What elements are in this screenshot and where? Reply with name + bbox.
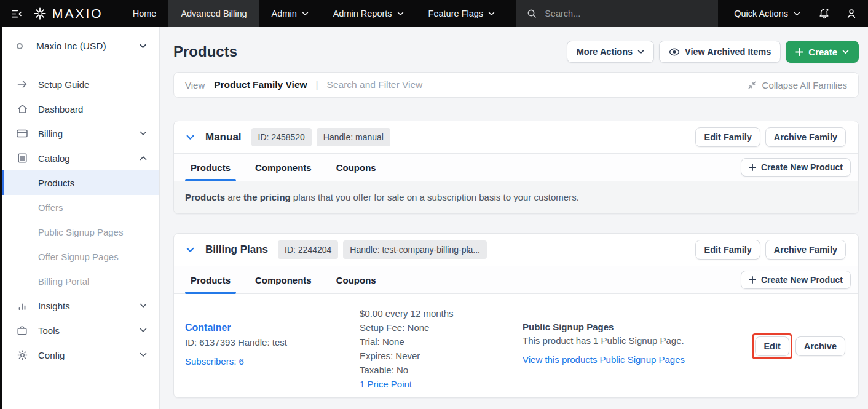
chevron-down-icon bbox=[488, 12, 495, 16]
archive-product-button[interactable]: Archive bbox=[795, 336, 845, 356]
sidebar-item-dashboard[interactable]: Dashboard bbox=[2, 97, 159, 121]
family-tabs: Products Components Coupons Create New P… bbox=[174, 266, 858, 294]
chevron-down-icon bbox=[637, 50, 644, 54]
eye-icon bbox=[669, 48, 680, 56]
sidebar-item-label: Billing Portal bbox=[38, 276, 89, 287]
product-name-link[interactable]: Container bbox=[185, 322, 360, 333]
org-status-icon bbox=[17, 43, 23, 49]
notifications-bell-icon[interactable] bbox=[810, 0, 838, 27]
tab-components[interactable]: Components bbox=[250, 266, 317, 293]
family-tabs: Products Components Coupons Create New P… bbox=[174, 153, 858, 181]
create-new-product-label: Create New Product bbox=[761, 162, 843, 172]
product-family-view-tab[interactable]: Product Family View bbox=[214, 79, 307, 90]
create-new-product-button[interactable]: Create New Product bbox=[741, 158, 851, 177]
collapse-all-label: Collapse All Families bbox=[762, 80, 847, 90]
products-description: Products are the pricing plans that you … bbox=[174, 181, 858, 213]
sidebar-item-label: Offers bbox=[38, 202, 63, 213]
tab-products[interactable]: Products bbox=[185, 266, 236, 293]
collapse-all-families-link[interactable]: Collapse All Families bbox=[748, 80, 847, 90]
sidebar-item-products[interactable]: Products bbox=[2, 170, 159, 195]
sidebar-collapse-icon[interactable] bbox=[0, 0, 33, 27]
user-account-icon[interactable] bbox=[838, 0, 864, 27]
quick-actions-label: Quick Actions bbox=[734, 9, 788, 18]
sidebar-item-label: Products bbox=[38, 178, 74, 188]
product-trial: Trial: None bbox=[360, 335, 523, 349]
sidebar-nav: Setup Guide Dashboard Billing Catalog Pr… bbox=[2, 65, 159, 367]
product-id-handle: ID: 6137393 Handle: test bbox=[185, 337, 360, 347]
view-switcher-bar: View Product Family View | Search and Fi… bbox=[173, 72, 859, 98]
family-id-badge: ID: 2458520 bbox=[251, 128, 312, 146]
nav-feature-flags[interactable]: Feature Flags bbox=[416, 0, 507, 27]
book-icon bbox=[17, 153, 28, 163]
product-setup-fee: Setup Fee: None bbox=[360, 320, 523, 335]
chevron-down-icon bbox=[794, 12, 800, 16]
create-new-product-button[interactable]: Create New Product bbox=[741, 271, 851, 289]
chevron-up-icon bbox=[140, 156, 147, 161]
edit-product-button[interactable]: Edit bbox=[755, 336, 789, 356]
sidebar-item-label: Public Signup Pages bbox=[38, 227, 123, 237]
sidebar-item-label: Config bbox=[38, 350, 65, 360]
top-navigation-bar: MAXIO Home Advanced Billing Admin Admin … bbox=[0, 0, 868, 27]
sidebar-item-label: Offer Signup Pages bbox=[38, 252, 119, 262]
sidebar-item-label: Dashboard bbox=[38, 104, 83, 114]
chevron-down-icon bbox=[140, 352, 147, 357]
bar-chart-icon bbox=[17, 301, 28, 310]
plus-icon bbox=[795, 48, 803, 56]
archive-family-button[interactable]: Archive Family bbox=[765, 240, 846, 260]
page-title: Products bbox=[173, 43, 237, 60]
tab-coupons[interactable]: Coupons bbox=[331, 154, 382, 181]
quick-actions-menu[interactable]: Quick Actions bbox=[718, 0, 810, 27]
product-family-card-manual: Manual ID: 2458520 Handle: manual Edit F… bbox=[173, 121, 859, 214]
maxio-logo-icon bbox=[33, 7, 47, 20]
product-family-card-billing-plans: Billing Plans ID: 2244204 Handle: test-c… bbox=[173, 233, 859, 398]
edit-family-button[interactable]: Edit Family bbox=[695, 240, 760, 260]
nav-admin[interactable]: Admin bbox=[259, 0, 321, 27]
org-name: Maxio Inc (USD) bbox=[36, 41, 139, 52]
nav-admin-reports[interactable]: Admin Reports bbox=[321, 0, 416, 27]
tab-components[interactable]: Components bbox=[250, 154, 317, 181]
view-archived-items-button[interactable]: View Archived Items bbox=[659, 41, 781, 63]
archive-family-button[interactable]: Archive Family bbox=[765, 127, 846, 147]
tab-products[interactable]: Products bbox=[185, 154, 236, 181]
sidebar-item-catalog[interactable]: Catalog bbox=[2, 146, 159, 170]
sidebar-item-billing[interactable]: Billing bbox=[2, 121, 159, 146]
family-collapse-chevron-icon[interactable] bbox=[186, 135, 194, 140]
create-button[interactable]: Create bbox=[786, 41, 859, 63]
price-point-link[interactable]: 1 Price Point bbox=[360, 377, 523, 391]
more-actions-button[interactable]: More Actions bbox=[567, 41, 654, 63]
search-input[interactable] bbox=[543, 8, 697, 19]
sidebar-item-insights[interactable]: Insights bbox=[2, 293, 159, 318]
subscribers-link[interactable]: Subscribers: 6 bbox=[185, 356, 244, 367]
sidebar-item-tools[interactable]: Tools bbox=[2, 318, 159, 343]
sidebar-item-offers[interactable]: Offers bbox=[2, 195, 159, 220]
sidebar-item-config[interactable]: Config bbox=[2, 343, 159, 367]
edit-family-button[interactable]: Edit Family bbox=[695, 127, 760, 147]
maxio-logo: MAXIO bbox=[33, 0, 120, 27]
sidebar-item-public-signup-pages[interactable]: Public Signup Pages bbox=[2, 220, 159, 244]
sidebar-item-setup-guide[interactable]: Setup Guide bbox=[2, 72, 159, 97]
view-label: View bbox=[185, 80, 205, 90]
tab-coupons[interactable]: Coupons bbox=[331, 266, 382, 293]
chevron-down-icon bbox=[139, 44, 147, 49]
product-price: $0.00 every 12 months bbox=[360, 306, 523, 320]
chevron-down-icon bbox=[397, 12, 404, 16]
sidebar-item-label: Tools bbox=[38, 325, 60, 336]
family-collapse-chevron-icon[interactable] bbox=[186, 247, 194, 253]
product-row: Container ID: 6137393 Handle: test Subsc… bbox=[174, 294, 858, 397]
nav-home[interactable]: Home bbox=[120, 0, 169, 27]
sidebar-item-billing-portal[interactable]: Billing Portal bbox=[2, 269, 159, 293]
view-public-signup-pages-link[interactable]: View this products Public Signup Pages bbox=[523, 354, 685, 365]
briefcase-icon bbox=[17, 326, 28, 335]
brand-name: MAXIO bbox=[52, 6, 103, 21]
plus-icon bbox=[749, 276, 756, 284]
nav-advanced-billing[interactable]: Advanced Billing bbox=[168, 0, 259, 27]
search-and-filter-view-tab[interactable]: Search and Filter View bbox=[327, 79, 423, 90]
global-search[interactable] bbox=[516, 0, 718, 27]
edit-button-highlight-annotation: Edit bbox=[752, 333, 792, 359]
sidebar: Maxio Inc (USD) Setup Guide Dashboard Bi… bbox=[0, 27, 160, 409]
organization-selector[interactable]: Maxio Inc (USD) bbox=[2, 27, 159, 65]
product-expires: Expires: Never bbox=[360, 349, 523, 363]
nav-admin-label: Admin bbox=[272, 9, 297, 18]
nav-home-label: Home bbox=[133, 9, 157, 18]
sidebar-item-offer-signup-pages[interactable]: Offer Signup Pages bbox=[2, 244, 159, 269]
